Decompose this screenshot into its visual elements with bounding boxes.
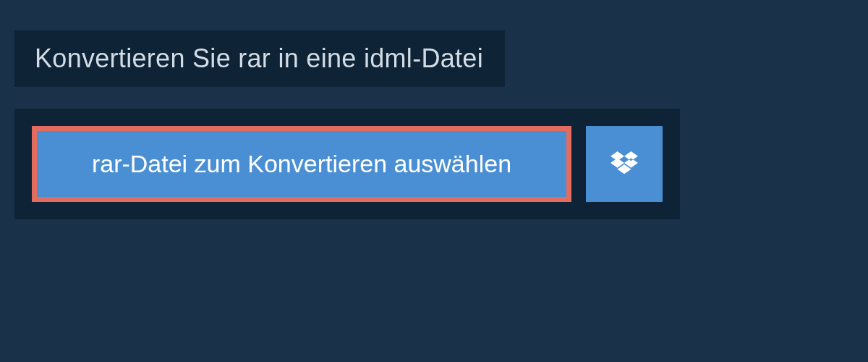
dropbox-icon — [610, 151, 638, 177]
page-title: Konvertieren Sie rar in eine idml-Datei — [35, 43, 483, 74]
header-bar: Konvertieren Sie rar in eine idml-Datei — [14, 30, 505, 87]
select-file-button-label: rar-Datei zum Konvertieren auswählen — [92, 150, 511, 178]
upload-section: rar-Datei zum Konvertieren auswählen — [14, 109, 680, 219]
dropbox-button[interactable] — [586, 126, 663, 202]
select-file-button[interactable]: rar-Datei zum Konvertieren auswählen — [32, 126, 571, 202]
